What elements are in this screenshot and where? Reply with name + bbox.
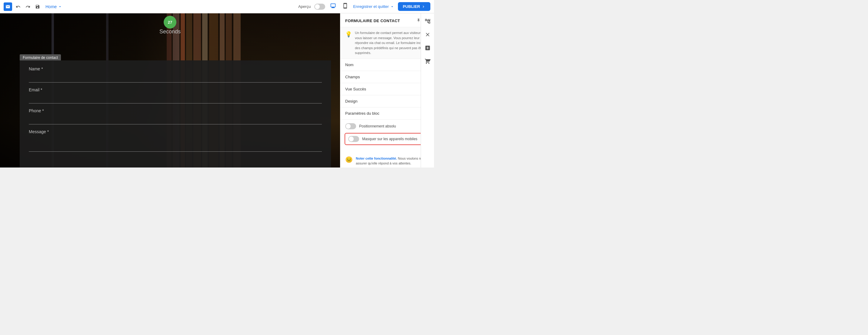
email-field: Email *: [29, 87, 322, 104]
contact-form-block: Name * Email * Phone * Message *: [20, 60, 331, 168]
toolbar-left: Home: [4, 2, 64, 11]
toolbar: Home Aperçu Enregistrer et quitter PUBLI…: [0, 0, 434, 13]
publier-button[interactable]: PUBLIER: [398, 2, 430, 11]
message-input[interactable]: [29, 137, 322, 152]
canvas: 27 Seconds Formulaire de contact Name * …: [0, 13, 340, 168]
timer-badge: 27: [164, 16, 176, 29]
add-element-button[interactable]: [424, 44, 432, 52]
accordion-vue-succes: Vue Succès ▾: [340, 83, 434, 95]
save-button[interactable]: [34, 3, 41, 10]
masquer-toggle[interactable]: [348, 136, 359, 142]
rating-emoji-icon: 😐: [345, 156, 353, 163]
message-field: Message *: [29, 129, 322, 153]
form-tooltip: Formulaire de contact: [20, 54, 61, 61]
mobile-icon[interactable]: [341, 1, 349, 11]
home-nav[interactable]: Home: [44, 3, 64, 10]
name-label: Name *: [29, 66, 322, 71]
masquer-label: Masquer sur les appareils mobiles: [362, 137, 422, 141]
toolbar-right: Aperçu Enregistrer et quitter PUBLIER: [298, 1, 430, 11]
params-section: Positionnement absolu ℹ Masquer sur les …: [340, 119, 434, 152]
accordion-parametres-label: Paramètres du bloc: [345, 111, 379, 116]
accordion-vue-succes-label: Vue Succès: [345, 87, 366, 91]
publier-label: PUBLIER: [403, 4, 420, 9]
accordion-nom: Nom ▾: [340, 59, 434, 71]
accordion-design-label: Design: [345, 99, 357, 104]
toggle-knob: [315, 4, 320, 9]
panel-info: 💡 Un formulaire de contact permet aux vi…: [340, 27, 434, 59]
enregistrer-button[interactable]: Enregistrer et quitter: [353, 4, 394, 9]
redo-button[interactable]: [24, 3, 32, 10]
email-label: Email *: [29, 87, 322, 92]
phone-label: Phone *: [29, 108, 322, 113]
enregistrer-label: Enregistrer et quitter: [353, 4, 389, 9]
accordion-champs: Champs ▾: [340, 71, 434, 83]
right-panel: FORMULAIRE DE CONTACT 💡 Un formulaire de…: [340, 13, 434, 168]
name-input[interactable]: [29, 74, 322, 83]
desktop-icon[interactable]: [329, 1, 337, 11]
positionnement-label: Positionnement absolu: [359, 124, 425, 128]
phone-input[interactable]: [29, 116, 322, 124]
right-icons-strip: [421, 13, 434, 168]
rating-link[interactable]: Noter cette fonctionnalité.: [356, 157, 397, 160]
cart-button[interactable]: [424, 57, 432, 65]
seconds-label: Seconds: [159, 29, 181, 35]
accordion-champs-header[interactable]: Champs ▾: [340, 71, 434, 83]
accordion-champs-label: Champs: [345, 75, 360, 79]
main-area: 27 Seconds Formulaire de contact Name * …: [0, 13, 434, 168]
sitemap-button[interactable]: [424, 17, 432, 26]
accordion-parametres-header[interactable]: Paramètres du bloc ▾: [340, 107, 434, 119]
timer-value: 27: [168, 20, 172, 25]
message-label: Message *: [29, 129, 322, 134]
masquer-row-highlighted: Masquer sur les appareils mobiles ℹ: [345, 133, 430, 145]
positionnement-toggle-knob: [346, 124, 351, 129]
apercu-toggle[interactable]: [314, 4, 325, 10]
close-panel-button[interactable]: [424, 30, 432, 39]
email-input[interactable]: [29, 95, 322, 104]
masquer-toggle-knob: [349, 137, 354, 141]
apercu-label: Aperçu: [298, 4, 311, 9]
info-lightbulb-icon: 💡: [345, 31, 352, 56]
rating-section: 😐 Noter cette fonctionnalité. Nous voulo…: [340, 152, 434, 168]
accordion-nom-label: Nom: [345, 62, 353, 67]
positionnement-toggle[interactable]: [345, 123, 356, 129]
name-field: Name *: [29, 66, 322, 83]
panel-info-text: Un formulaire de contact permet aux visi…: [355, 30, 429, 56]
home-label: Home: [45, 4, 57, 9]
accordion-vue-succes-header[interactable]: Vue Succès ▾: [340, 83, 434, 95]
accordion-design-header[interactable]: Design ▾: [340, 95, 434, 107]
positionnement-row: Positionnement absolu ℹ: [345, 123, 429, 129]
accordion-nom-header[interactable]: Nom ▾: [340, 59, 434, 71]
undo-button[interactable]: [14, 3, 22, 10]
phone-field: Phone *: [29, 108, 322, 124]
rating-text: Noter cette fonctionnalité. Nous voulons…: [356, 156, 429, 166]
panel-header: FORMULAIRE DE CONTACT: [340, 13, 434, 27]
accordion-parametres: Paramètres du bloc ▾: [340, 107, 434, 119]
accordion-design: Design ▾: [340, 95, 434, 107]
canvas-content: 27 Seconds Formulaire de contact Name * …: [0, 13, 340, 168]
panel-title: FORMULAIRE DE CONTACT: [345, 19, 400, 23]
app-logo[interactable]: [4, 2, 12, 11]
